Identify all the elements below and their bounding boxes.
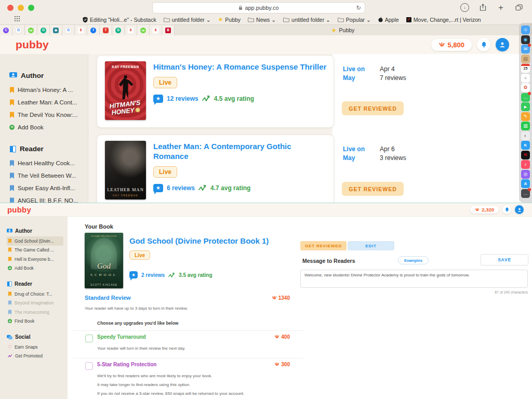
pinned-tab-5[interactable]: ◆ (50, 25, 62, 35)
address-bar[interactable]: app.pubby.co ↻ (152, 2, 365, 14)
account-button[interactable] (515, 205, 524, 214)
book-list: KAY FREEMAN HITMAN'S HONEY Hitman's Hone… (88, 54, 532, 203)
mail-icon[interactable]: ✉ (521, 45, 530, 54)
review-count: 3 reviews (380, 154, 406, 162)
sidebar-item-book[interactable]: Hell is Everyone b... (7, 255, 68, 264)
bookmark-folder-untitled-1[interactable]: untitled folder ⌄ (164, 17, 211, 23)
bookmark-apple[interactable]: Apple (378, 17, 399, 23)
pencil-icon[interactable]: ✎ (521, 112, 530, 121)
bookmark-folder-popular[interactable]: Popular ⌄ (338, 17, 371, 23)
five-star-protection-checkbox[interactable] (85, 362, 93, 370)
pinned-tab-11[interactable]: 8 (125, 25, 137, 35)
sidebar-item-book[interactable]: Drug of Choice: T... (7, 289, 68, 299)
messages-icon[interactable]: … (521, 93, 530, 102)
bookmark-verizon[interactable]: ✓ Move, Change,...rt | Verizon (406, 17, 481, 23)
book-cover[interactable]: LEATHER MAN KAY FREEMAN (105, 141, 146, 200)
bookmark-folder-untitled-2[interactable]: untitled folder ⌄ (283, 17, 330, 23)
tab-overview-button[interactable] (514, 3, 524, 12)
fullscreen-button[interactable] (28, 5, 34, 11)
notifications-button[interactable] (502, 205, 511, 214)
notifications-button[interactable] (477, 38, 490, 51)
sidebar-item-book[interactable]: Heart Healthy Cook... (9, 157, 88, 169)
examples-button[interactable]: Examples (398, 256, 429, 264)
keynote-icon[interactable]: K (521, 141, 530, 150)
snaps-balance[interactable]: 5,800 (431, 39, 472, 51)
sidebar-item-book[interactable]: Hitman's Honey: A ... (9, 84, 88, 96)
tab-pubby[interactable]: ★ Pubby (291, 25, 395, 35)
account-button[interactable] (496, 38, 509, 51)
book-title-link[interactable]: Hitman's Honey: A Romance Suspense Thril… (153, 62, 327, 72)
appstore-icon[interactable]: A (521, 179, 530, 188)
pinned-tab-6[interactable]: G (62, 25, 75, 35)
downloads-button[interactable]: ↓ (460, 3, 469, 12)
book-cover[interactable]: KAY FREEMAN HITMAN'S HONEY (105, 61, 146, 120)
minimize-button[interactable] (18, 5, 24, 11)
sidebar-item-book[interactable]: The Veil Between W... (9, 169, 88, 182)
pinned-tab-7[interactable]: 8 (75, 25, 87, 35)
book-cover[interactable]: DIVINE PROTECTOR God SCHOOL SCOTT KINCAD… (85, 233, 123, 288)
book-title-link[interactable]: Leather Man: A Contemporary Gothic Roman… (153, 142, 327, 162)
notes-icon[interactable]: ▤ (521, 55, 530, 63)
pinned-tab-14[interactable]: B (162, 25, 175, 35)
char-counter: 87 of 240 characters (300, 290, 528, 294)
pinned-tab-9[interactable]: T (100, 25, 112, 35)
sidebar-item-book[interactable]: Leather Man: A Cont... (9, 96, 88, 109)
colorsync-icon[interactable]: ◐ (521, 131, 530, 140)
sidebar-item-earn-snaps[interactable]: ♡ Earn Snaps (7, 342, 68, 352)
refresh-icon[interactable]: ↻ (356, 5, 361, 11)
pinned-tab-2[interactable]: G (12, 25, 25, 35)
bookmark-folder-news[interactable]: News ⌄ (248, 17, 276, 23)
social-icon (7, 335, 12, 340)
reminders-icon[interactable]: ≡ (521, 74, 530, 83)
bookmark-substack[interactable]: Editing "Holi...e" - Substack (83, 17, 156, 23)
sidebar-item-add-book[interactable]: + Add Book (9, 121, 88, 134)
get-reviewed-button[interactable]: GET REVIEWED (300, 241, 347, 250)
pinned-tab-10[interactable]: G (112, 25, 125, 35)
new-tab-button[interactable]: + (496, 3, 506, 12)
sidebar-item-book-selected[interactable]: God School (Divin... (7, 236, 63, 246)
sidebar-item-get-promoted[interactable]: Get Promoted (7, 352, 68, 361)
system-icon[interactable]: … (521, 189, 530, 198)
rating-trend-icon (168, 272, 175, 278)
netflix-icon[interactable]: N (521, 151, 530, 159)
speedy-turnaround-checkbox[interactable] (85, 335, 93, 342)
pinned-tab-3[interactable]: up (25, 25, 37, 35)
save-button[interactable]: SAVE (481, 254, 528, 265)
sidebar-item-add-book[interactable]: + Add Book (7, 264, 68, 273)
lock-icon (238, 5, 243, 10)
podcasts-icon[interactable]: ◎ (521, 170, 530, 179)
share-button[interactable] (478, 3, 487, 12)
snap-icon (438, 42, 445, 48)
facetime-icon[interactable]: ▶ (521, 102, 530, 111)
sidebar-item-book[interactable]: The Game Called ... (7, 246, 68, 255)
sidebar-item-book[interactable]: Super Easy Anti-Infl... (9, 182, 88, 194)
calendar-icon[interactable]: 25 (521, 64, 530, 73)
review-count: 6 reviews (167, 184, 195, 192)
sidebar-item-find-book[interactable]: + Find Book (7, 317, 68, 326)
siri-icon[interactable]: ◉ (521, 35, 530, 44)
get-reviewed-button[interactable]: GET REVIEWED (342, 182, 404, 196)
numbers-icon[interactable]: ▥ (521, 122, 530, 130)
pinned-tab-13[interactable]: 8 (150, 25, 162, 35)
pinned-tab-4[interactable]: G (37, 25, 50, 35)
photos-icon[interactable]: ✿ (521, 83, 530, 92)
check-icon: ✓ (406, 17, 411, 22)
bookmarks-bar: Editing "Holi...e" - Substack untitled f… (0, 15, 532, 24)
pinned-tab-8[interactable]: f (87, 25, 100, 35)
music-icon[interactable]: ♪ (521, 160, 530, 169)
edit-button[interactable]: EDIT (348, 241, 394, 250)
pinned-tab-12[interactable]: up (137, 25, 150, 35)
finder-icon[interactable]: ☺ (521, 25, 530, 34)
sidebar-item-book[interactable]: The Homecoming (7, 308, 68, 317)
snaps-balance[interactable]: 2,320 (470, 206, 499, 214)
pinned-tab-1[interactable]: C (0, 25, 12, 35)
close-button[interactable] (7, 5, 14, 11)
book-title-link[interactable]: God School (Divine Protector Book 1) (129, 236, 269, 245)
sidebar-item-book[interactable]: The Devil You Know:... (9, 109, 88, 121)
get-reviewed-button[interactable]: GET REVIEWED (342, 101, 404, 115)
message-to-readers-input[interactable]: Welcome, new students! Divine Protector … (300, 270, 528, 288)
sidebar-item-book[interactable]: Beyond Imagination (7, 299, 68, 308)
sidebar-item-book[interactable]: ANGEL III: B.F.F. NO... (9, 194, 88, 203)
sidebar-toggle-icon[interactable] (15, 16, 20, 23)
bookmark-pubby[interactable]: ★ Pubby (218, 16, 241, 23)
